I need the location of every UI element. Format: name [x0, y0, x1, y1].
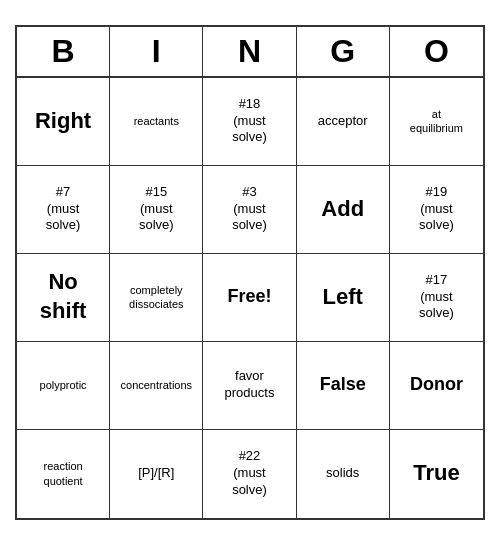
grid-cell-22: #22(mustsolve): [203, 430, 296, 518]
grid-cell-9: #19(mustsolve): [390, 166, 483, 254]
grid-cell-8: Add: [297, 166, 390, 254]
grid-cell-0: Right: [17, 78, 110, 166]
grid-cell-14: #17(mustsolve): [390, 254, 483, 342]
grid-cell-10: Noshift: [17, 254, 110, 342]
grid-cell-15: polyprotic: [17, 342, 110, 430]
grid-cell-18: False: [297, 342, 390, 430]
bingo-grid: Rightreactants#18(mustsolve)acceptorateq…: [17, 78, 483, 518]
header-cell-b: B: [17, 27, 110, 76]
grid-cell-6: #15(mustsolve): [110, 166, 203, 254]
grid-cell-12: Free!: [203, 254, 296, 342]
grid-cell-17: favorproducts: [203, 342, 296, 430]
grid-cell-7: #3(mustsolve): [203, 166, 296, 254]
header-cell-g: G: [297, 27, 390, 76]
grid-cell-20: reactionquotient: [17, 430, 110, 518]
bingo-card: BINGO Rightreactants#18(mustsolve)accept…: [15, 25, 485, 520]
grid-cell-21: [P]/[R]: [110, 430, 203, 518]
grid-cell-23: solids: [297, 430, 390, 518]
grid-cell-1: reactants: [110, 78, 203, 166]
grid-cell-11: completelydissociates: [110, 254, 203, 342]
grid-cell-13: Left: [297, 254, 390, 342]
grid-cell-24: True: [390, 430, 483, 518]
header-cell-n: N: [203, 27, 296, 76]
header-row: BINGO: [17, 27, 483, 78]
header-cell-o: O: [390, 27, 483, 76]
grid-cell-3: acceptor: [297, 78, 390, 166]
grid-cell-5: #7(mustsolve): [17, 166, 110, 254]
grid-cell-4: atequilibrium: [390, 78, 483, 166]
grid-cell-16: concentrations: [110, 342, 203, 430]
grid-cell-2: #18(mustsolve): [203, 78, 296, 166]
grid-cell-19: Donor: [390, 342, 483, 430]
header-cell-i: I: [110, 27, 203, 76]
